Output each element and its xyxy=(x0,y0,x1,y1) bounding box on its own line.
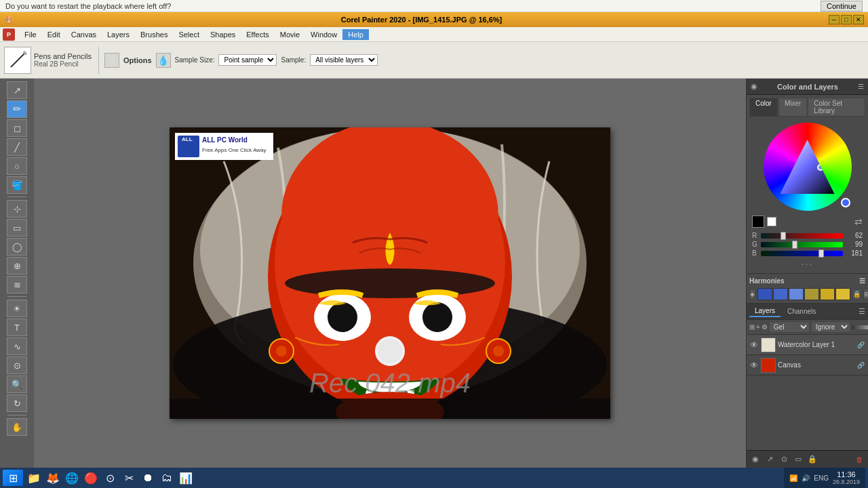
harmony-swatch-5[interactable] xyxy=(820,288,835,300)
lock-icon[interactable]: 🔒 xyxy=(852,289,861,300)
harmony-swatch-1[interactable] xyxy=(757,288,772,300)
sample-select[interactable]: All visible layers xyxy=(310,54,378,66)
panel-dynamic-icon[interactable]: ◉ xyxy=(749,453,762,466)
b-slider[interactable] xyxy=(761,251,843,256)
color-tab[interactable]: Color xyxy=(749,98,778,117)
layer-link-icon[interactable]: 🔗 xyxy=(856,361,865,370)
layer-visibility-icon[interactable]: 👁 xyxy=(749,340,759,350)
tool-line[interactable]: ╱ xyxy=(7,138,27,156)
menu-canvas[interactable]: Canvas xyxy=(66,29,102,40)
tool-text[interactable]: T xyxy=(7,319,27,336)
mixer-tab[interactable]: Mixer xyxy=(778,98,807,117)
menu-brushes[interactable]: Brushes xyxy=(135,29,173,40)
tool-select[interactable]: ⊹ xyxy=(7,200,27,218)
menu-layers[interactable]: Layers xyxy=(102,29,135,40)
harmony-swatch-4[interactable] xyxy=(804,288,819,300)
menu-shapes[interactable]: Shapes xyxy=(205,29,241,40)
swatch-black[interactable] xyxy=(752,216,764,228)
tool-blend[interactable]: ∿ xyxy=(7,338,27,355)
opacity-track[interactable] xyxy=(852,325,868,329)
eyedropper-icon[interactable]: 💧 xyxy=(156,53,171,68)
tool-move[interactable]: ↗ xyxy=(7,81,27,99)
maximize-button[interactable]: □ xyxy=(841,15,852,24)
colorset-tab[interactable]: Color Set Library xyxy=(808,98,865,117)
layer-item[interactable]: 👁 Canvas 🔗 xyxy=(747,355,868,375)
taskbar-folder[interactable]: 🗂 xyxy=(159,470,175,486)
channels-tab[interactable]: Channels xyxy=(782,306,821,317)
menu-effects[interactable]: Effects xyxy=(241,29,274,40)
color-wheel[interactable] xyxy=(764,123,852,211)
tool-rotate[interactable]: ↻ xyxy=(7,394,27,412)
menu-select[interactable]: Select xyxy=(173,29,205,40)
tool-paint-bucket[interactable]: 🪣 xyxy=(7,176,27,194)
close-button[interactable]: ✕ xyxy=(853,15,864,24)
r-thumb[interactable] xyxy=(781,232,786,240)
layer-visibility-icon[interactable]: 👁 xyxy=(749,361,759,370)
taskbar-file-explorer[interactable]: 📁 xyxy=(26,470,42,486)
tool-lasso[interactable]: ◯ xyxy=(7,238,27,256)
panel-pick-icon[interactable]: ⊙ xyxy=(778,453,790,466)
harmony-expand-icon[interactable]: ⊞ xyxy=(863,289,868,300)
tool-rect-select[interactable]: ▭ xyxy=(7,219,27,237)
color-swap-icon[interactable]: ⇄ xyxy=(854,216,863,227)
taskbar-browser-3[interactable]: 🔴 xyxy=(83,470,99,486)
menu-file[interactable]: File xyxy=(19,29,42,40)
minimize-button[interactable]: ─ xyxy=(829,15,840,24)
taskbar-snip[interactable]: ✂ xyxy=(121,470,137,486)
panel-lock-icon[interactable]: 🔒 xyxy=(806,453,818,466)
harmony-swatch-6[interactable] xyxy=(835,288,850,300)
tool-transform[interactable]: ⊕ xyxy=(7,257,27,274)
taskbar-powerpoint[interactable]: 📊 xyxy=(178,470,194,486)
brush-selector[interactable]: Pens and Pencils Real 2B Pencil xyxy=(4,47,99,74)
menu-movie[interactable]: Movie xyxy=(275,29,305,40)
tool-magnify[interactable]: 🔍 xyxy=(7,375,27,393)
harmonies-menu-icon[interactable]: ☰ xyxy=(859,277,865,285)
panel-cursor-icon[interactable]: ↗ xyxy=(764,453,776,466)
hue-cursor[interactable] xyxy=(841,198,850,207)
sample-size-select[interactable]: Point sample xyxy=(218,54,277,66)
start-button[interactable]: ⊞ xyxy=(3,470,23,486)
tool-brush[interactable]: ✏ xyxy=(7,100,27,118)
color-wheel-container[interactable] xyxy=(749,119,865,214)
b-thumb[interactable] xyxy=(818,249,824,258)
taskbar-rec[interactable]: ⏺ xyxy=(140,470,156,486)
continue-button[interactable]: Continue xyxy=(821,1,863,12)
taskbar-chrome[interactable]: ⊙ xyxy=(102,470,118,486)
color-cursor[interactable] xyxy=(817,164,824,171)
r-slider[interactable] xyxy=(761,233,843,239)
menu-window[interactable]: Window xyxy=(305,29,342,40)
layers-tab[interactable]: Layers xyxy=(749,306,781,317)
tool-shape[interactable]: ○ xyxy=(7,157,27,175)
tool-grab[interactable]: ✋ xyxy=(7,418,27,436)
color-triangle[interactable] xyxy=(781,140,835,194)
harmony-tool-1[interactable]: ◈ xyxy=(749,289,755,300)
swatch-white[interactable] xyxy=(767,217,776,226)
menu-edit[interactable]: Edit xyxy=(42,29,66,40)
taskbar-browser-2[interactable]: 🌐 xyxy=(64,470,80,486)
layer-settings-icon[interactable]: ⚙ xyxy=(762,322,768,333)
layer-new-group-icon[interactable]: ⊞ xyxy=(749,322,755,333)
tool-eyedropper[interactable]: ⊙ xyxy=(7,357,27,374)
composite-select[interactable]: Ignore Default xyxy=(811,321,850,333)
g-slider[interactable] xyxy=(761,242,843,247)
panel-menu-icon[interactable]: ☰ xyxy=(858,83,864,90)
reset-button[interactable]: ↺ xyxy=(104,53,119,68)
harmony-swatch-3[interactable] xyxy=(789,288,804,300)
harmony-swatch-2[interactable] xyxy=(773,288,788,300)
taskbar-firefox[interactable]: 🦊 xyxy=(45,470,61,486)
layer-new-icon[interactable]: + xyxy=(756,322,760,333)
delete-layer-button[interactable]: 🗑 xyxy=(853,453,865,466)
layer-blend-select[interactable]: Gel Multiply Screen Normal xyxy=(769,321,810,333)
layers-menu-icon[interactable]: ☰ xyxy=(859,307,865,316)
panel-rect-icon[interactable]: ▭ xyxy=(792,453,804,466)
tool-smear[interactable]: ≋ xyxy=(7,276,27,293)
tool-dodge[interactable]: ☀ xyxy=(7,300,27,317)
more-options-dots[interactable]: ··· xyxy=(752,258,863,269)
menu-help[interactable]: Help xyxy=(342,29,369,40)
brush-icon[interactable] xyxy=(4,47,31,74)
layer-item[interactable]: 👁 Watercolor Layer 1 🔗 xyxy=(747,335,868,355)
layer-link-icon[interactable]: 🔗 xyxy=(856,340,865,350)
g-thumb[interactable] xyxy=(792,241,797,249)
tool-eraser[interactable]: ◻ xyxy=(7,119,27,137)
canvas-area[interactable]: ALL ALL PC World Free Apps One Click Awa… xyxy=(34,79,746,468)
